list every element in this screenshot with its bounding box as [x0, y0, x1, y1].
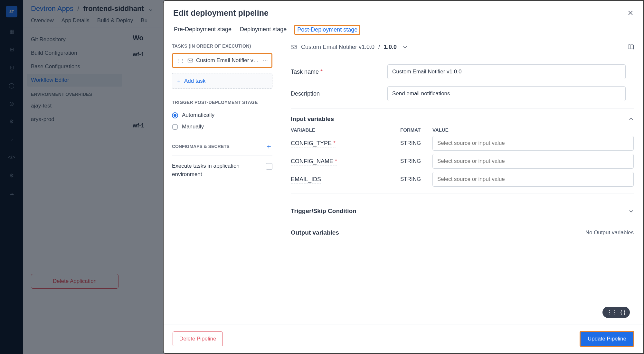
- delete-pipeline-button[interactable]: Delete Pipeline: [173, 331, 223, 346]
- no-output-label: No Output variables: [585, 229, 634, 236]
- col-format: FORMAT: [400, 127, 432, 133]
- var-format: STRING: [400, 158, 432, 164]
- email-icon: [290, 43, 297, 51]
- col-value: VALUE: [432, 127, 634, 133]
- trigger-manual-option[interactable]: Manually: [172, 124, 272, 130]
- col-variable: VARIABLE: [291, 127, 400, 133]
- chevron-down-icon[interactable]: [402, 44, 408, 50]
- var-name: EMAIL_IDS: [291, 176, 321, 183]
- var-format: STRING: [400, 176, 432, 182]
- update-pipeline-button[interactable]: Update Pipeline: [580, 331, 634, 347]
- var-value-input[interactable]: [432, 172, 634, 187]
- task-name-input[interactable]: [387, 64, 626, 79]
- trigger-auto-label: Automatically: [182, 112, 214, 118]
- floating-widget[interactable]: ⋮⋮ { }: [602, 307, 630, 318]
- var-name: CONFIG_TYPE *: [291, 140, 336, 147]
- input-var-row: EMAIL_IDS STRING: [291, 172, 634, 187]
- task-breadcrumb: Custom Email Notifier v1.0.0 / 1.0.0: [281, 37, 643, 57]
- task-name-field-label: Task name *: [291, 69, 387, 75]
- chevron-down-icon[interactable]: [629, 209, 634, 214]
- output-vars-header: Output variables: [291, 229, 339, 236]
- radio-icon: [172, 124, 178, 130]
- var-value-input[interactable]: [432, 136, 634, 151]
- tab-deployment[interactable]: Deployment stage: [239, 25, 287, 37]
- tasks-header: TASKS (IN ORDER OF EXECUTION): [172, 43, 272, 49]
- chevron-up-icon[interactable]: [629, 116, 634, 122]
- exec-env-label: Execute tasks in application environment: [172, 162, 261, 178]
- drag-handle-icon: ⋮⋮: [607, 309, 617, 315]
- modal-title: Edit deployment pipeline: [173, 8, 634, 18]
- edit-pipeline-modal: Edit deployment pipeline Pre-Deployment …: [163, 0, 644, 354]
- task-crumb-name: Custom Email Notifier v1.0.0: [301, 44, 374, 51]
- braces-icon: { }: [620, 310, 625, 315]
- exec-env-checkbox[interactable]: [266, 163, 272, 170]
- close-icon[interactable]: [627, 10, 634, 16]
- docs-icon[interactable]: [627, 43, 634, 51]
- input-var-row: CONFIG_NAME * STRING: [291, 154, 634, 169]
- input-var-row: CONFIG_TYPE * STRING: [291, 136, 634, 151]
- task-card[interactable]: ⋮⋮ Custom Email Notifier v1.… ⋯: [172, 53, 272, 68]
- task-crumb-version[interactable]: 1.0.0: [384, 44, 397, 51]
- description-input[interactable]: [387, 86, 626, 101]
- trigger-skip-header: Trigger/Skip Condition: [291, 208, 356, 215]
- var-name: CONFIG_NAME *: [291, 158, 337, 165]
- var-value-input[interactable]: [432, 154, 634, 169]
- var-format: STRING: [400, 140, 432, 146]
- add-task-label: Add task: [184, 78, 205, 84]
- configmaps-header: CONFIGMAPS & SECRETS: [172, 144, 230, 149]
- stage-tabs: Pre-Deployment stage Deployment stage Po…: [173, 25, 634, 37]
- more-icon[interactable]: ⋯: [263, 58, 268, 64]
- tab-post-deployment[interactable]: Post-Deployment stage: [294, 25, 360, 35]
- drag-handle-icon[interactable]: ⋮⋮: [176, 58, 185, 63]
- trigger-header: TRIGGER POST-DEPLOYMENT STAGE: [172, 100, 272, 105]
- svg-rect-1: [291, 45, 297, 49]
- tab-pre-deployment[interactable]: Pre-Deployment stage: [173, 25, 232, 37]
- add-configmap-button[interactable]: ＋: [265, 142, 272, 151]
- description-field-label: Description: [291, 90, 387, 97]
- svg-rect-0: [188, 59, 193, 62]
- trigger-manual-label: Manually: [182, 124, 204, 130]
- add-task-button[interactable]: ＋ Add task: [172, 73, 272, 89]
- email-icon: [187, 57, 194, 64]
- input-vars-header: Input variables: [291, 116, 334, 123]
- radio-checked-icon: [172, 112, 178, 118]
- plus-icon: ＋: [176, 77, 182, 85]
- task-name-label: Custom Email Notifier v1.…: [196, 57, 260, 64]
- trigger-auto-option[interactable]: Automatically: [172, 112, 272, 118]
